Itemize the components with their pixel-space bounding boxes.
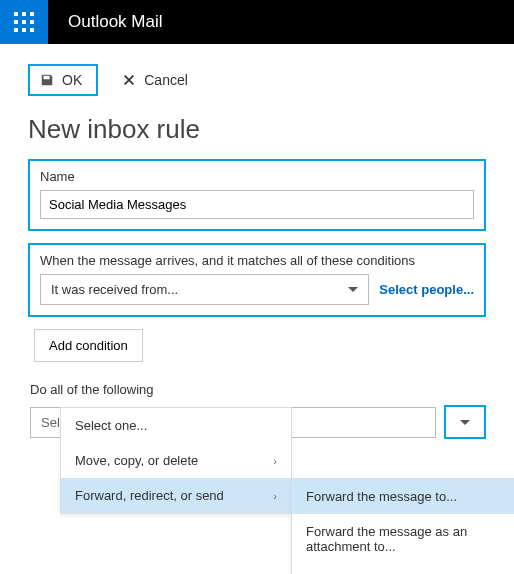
svg-rect-6 [14,28,18,32]
condition-label: When the message arrives, and it matches… [40,253,474,268]
action-select-caret[interactable] [444,405,486,439]
add-condition-button[interactable]: Add condition [34,329,143,362]
menu-item-label: Select one... [75,418,147,433]
condition-selected-value: It was received from... [51,282,178,297]
chevron-down-icon [348,287,358,292]
ok-label: OK [62,72,82,88]
top-bar: Outlook Mail [0,0,514,44]
svg-rect-0 [14,12,18,16]
svg-rect-1 [22,12,26,16]
waffle-icon [14,12,34,32]
name-label: Name [40,169,474,184]
select-people-link[interactable]: Select people... [379,282,474,297]
close-icon [122,73,136,87]
svg-rect-7 [22,28,26,32]
app-title: Outlook Mail [68,12,162,32]
action-menu-item[interactable]: Select one... [61,408,291,439]
chevron-down-icon [460,420,470,425]
svg-rect-2 [30,12,34,16]
svg-rect-4 [22,20,26,24]
action-menu: Select one...Move, copy, or delete›Forwa… [60,407,292,439]
condition-section: When the message arrives, and it matches… [28,243,486,317]
svg-rect-8 [30,28,34,32]
page-title: New inbox rule [28,114,486,145]
svg-rect-3 [14,20,18,24]
rule-name-input[interactable] [40,190,474,219]
ok-button[interactable]: OK [28,64,98,96]
cancel-button[interactable]: Cancel [122,66,188,94]
svg-rect-5 [30,20,34,24]
save-icon [40,73,54,87]
condition-select[interactable]: It was received from... [40,274,369,305]
app-launcher-button[interactable] [0,0,48,44]
name-section: Name [28,159,486,231]
command-bar: OK Cancel [28,64,486,96]
cancel-label: Cancel [144,72,188,88]
action-section-label: Do all of the following [30,382,486,397]
